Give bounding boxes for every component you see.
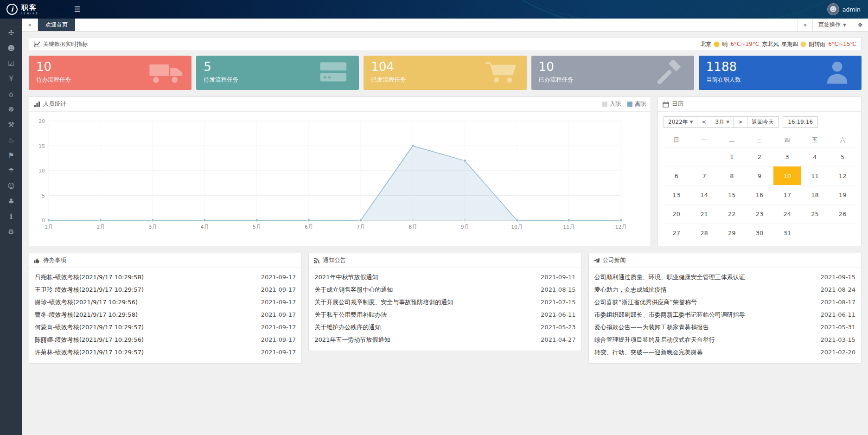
calendar-day-3[interactable]: 3 [773,147,801,166]
calendar-day-20[interactable]: 20 [663,205,690,223]
calendar-day-6[interactable]: 6 [663,166,690,185]
calendar-day-8[interactable]: 8 [718,166,746,185]
recruit-icon[interactable]: ☂ [0,163,22,178]
calendar-day-11[interactable]: 11 [801,166,829,185]
logo-title: 职客 [21,4,39,11]
tab-operations-dropdown[interactable]: 页签操作 ▼ [812,19,852,31]
stat-card[interactable]: 104已发流程任务 [364,56,526,90]
seal-icon[interactable]: ♨ [0,132,22,147]
item-text: 爱心捐款公告——为装卸工杨家青募捐报告 [594,323,821,332]
news-item[interactable]: 转变、行动、突破——迎新晚会完美谢幕2021-02-20 [594,346,855,358]
performance-icon[interactable]: ♣ [0,193,22,209]
todo-item[interactable]: 谢珍-绩效考核(2021/9/17 10:29:56)2021-09-17 [35,296,296,308]
prev-month-button[interactable]: < [697,116,711,128]
notice-item[interactable]: 2021年中秋节放假通知2021-09-11 [314,271,575,283]
next-month-button[interactable]: > [734,116,747,128]
work-icon[interactable]: ⚒ [0,117,22,132]
item-date: 2021-08-24 [820,286,855,293]
calendar-day-1[interactable]: 1 [718,147,746,166]
today-button[interactable]: 返回今天 [747,116,779,128]
training-icon[interactable]: ⚑ [0,147,22,163]
svg-text:1月: 1月 [45,224,53,230]
news-item[interactable]: 爱心捐款公告——为装卸工杨家青募捐报告2021-05-31 [594,321,855,333]
legend-item-left[interactable]: 离职 [627,100,646,108]
contacts-icon[interactable]: ☻ [0,40,22,56]
calendar-day-15[interactable]: 15 [718,186,746,204]
calendar-day-21[interactable]: 21 [690,205,718,223]
gavel-icon [653,60,685,86]
calendar-day-14[interactable]: 14 [690,186,718,204]
stat-card[interactable]: 10待办流程任务 [29,56,191,90]
news-item[interactable]: 公司喜获“浙江省优秀供应商”荣誉称号2021-08-17 [594,296,855,308]
tasks-icon[interactable]: ☑ [0,56,22,71]
sidebar-toggle-icon[interactable]: ☰ [74,5,80,13]
user-menu[interactable]: ☻ admin [827,3,868,15]
calendar-day-31[interactable]: 31 [773,224,801,242]
month-select[interactable]: 3月 ▼ [711,116,734,128]
stat-card[interactable]: 5待发流程任务 [196,56,359,90]
app-logo[interactable]: i 职客 IZHIKE [0,4,60,15]
todo-item[interactable]: 许菊林-绩效考核(2021/9/17 10:29:57)2021-09-17 [35,346,296,358]
calendar-day-23[interactable]: 23 [746,205,773,223]
notice-item[interactable]: 关于维护办公秩序的通知2021-05-23 [314,321,575,333]
news-item[interactable]: 综合管理提升项目签约及启动仪式在天台举行2021-03-15 [594,333,855,346]
stat-card[interactable]: 1188当前在职人数 [699,56,862,90]
todo-item[interactable]: 陈丽娜-绩效考核(2021/9/17 10:29:56)2021-09-17 [35,333,296,346]
weather-day: 星期四 [781,40,798,48]
calendar-day-17[interactable]: 17 [773,186,801,204]
calendar-day-25[interactable]: 25 [801,205,829,223]
tab-home[interactable]: 欢迎首页 [38,19,75,31]
calendar-day-24[interactable]: 24 [773,205,801,223]
svg-text:9月: 9月 [460,224,469,230]
item-date: 2021-09-17 [261,324,296,331]
personnel-stats-title: 人员统计 [43,100,66,108]
calendar-day-29[interactable]: 29 [718,224,746,242]
calendar-day-4[interactable]: 4 [801,147,829,166]
calendar-day-22[interactable]: 22 [718,205,746,223]
calendar-day-26[interactable]: 26 [829,205,856,223]
todo-item[interactable]: 曹冬-绩效考核(2021/9/17 10:29:58)2021-09-17 [35,308,296,321]
fullscreen-button[interactable]: ✥ [852,19,868,31]
news-item[interactable]: 市委组织部副部长、市委两新工委书记莅临公司调研指导2021-06-11 [594,308,855,321]
salary-icon[interactable]: ¥ [0,71,22,86]
stat-card[interactable]: 10已办流程任务 [531,56,694,90]
calendar-day-18[interactable]: 18 [801,186,829,204]
calendar-day-27[interactable]: 27 [663,224,690,242]
calendar-day-10[interactable]: 10 [773,166,801,185]
calendar-day-28[interactable]: 28 [690,224,718,242]
calendar-day-19[interactable]: 19 [829,186,856,204]
calendar-day-2[interactable]: 2 [746,147,773,166]
workflow-icon[interactable]: ✣ [0,25,22,40]
calendar-day-30[interactable]: 30 [746,224,773,242]
calendar-day-16[interactable]: 16 [746,186,773,204]
calendar-day-13[interactable]: 13 [663,186,690,204]
user-icon[interactable]: ☺ [0,178,22,193]
news-item[interactable]: 公司顺利通过质量、环境、职业健康安全管理三体系认证2021-09-15 [594,271,855,283]
calendar-day-5[interactable]: 5 [829,147,856,166]
notice-item[interactable]: 关于开展公司规章制度、安全与事故预防培训的通知2021-07-15 [314,296,575,308]
weekday-label: 日 [663,133,690,147]
info-icon[interactable]: ℹ [0,209,22,224]
todo-item[interactable]: 何蒙肖-绩效考核(2021/9/17 10:29:57)2021-09-17 [35,321,296,333]
news-item[interactable]: 爱心助力，众志成城抗疫情2021-08-24 [594,283,855,296]
year-select[interactable]: 2022年 ▼ [664,116,697,128]
notice-item[interactable]: 2021年五一劳动节放假通知2021-04-27 [314,333,575,346]
legend-item-hired[interactable]: 入职 [602,100,621,108]
todo-item[interactable]: 吕尧栋-绩效考核(2021/9/17 10:29:58)2021-09-17 [35,271,296,283]
tabs-scroll-left-button[interactable]: « [22,19,38,31]
tabs-scroll-right-button[interactable]: » [798,19,812,31]
todo-item[interactable]: 王卫玲-绩效考核(2021/9/17 10:29:57)2021-09-17 [35,283,296,296]
settings-icon[interactable]: ⚙ [0,224,22,239]
calendar-day-9[interactable]: 9 [746,166,773,185]
stat-cards-row: 10待办流程任务5待发流程任务104已发流程任务10已办流程任务1188当前在职… [29,56,862,90]
notice-item[interactable]: 关于私车公用费用补贴办法2021-06-11 [314,308,575,321]
item-text: 2021年中秋节放假通知 [314,273,541,281]
calendar-day-7[interactable]: 7 [690,166,718,185]
svg-text:5: 5 [42,193,45,199]
calendar-day-12[interactable]: 12 [829,166,856,185]
svg-text:7月: 7月 [357,224,365,230]
team-icon[interactable]: ☸ [0,102,22,117]
notice-item[interactable]: 关于成立销售客服中心的通知2021-08-15 [314,283,575,296]
organization-icon[interactable]: ⌂ [0,86,22,102]
logo-icon: i [6,4,18,15]
